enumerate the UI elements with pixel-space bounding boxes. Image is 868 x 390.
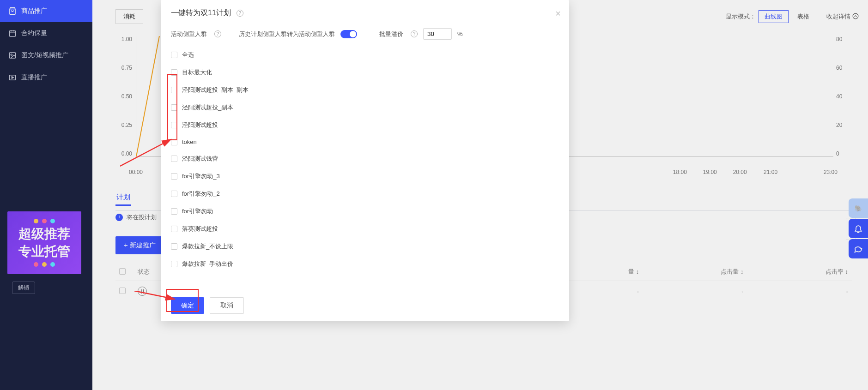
help-icon[interactable]: ? bbox=[237, 10, 243, 17]
list-item[interactable]: 泾阳测试钱营 bbox=[171, 150, 565, 168]
list-item[interactable]: token bbox=[171, 134, 565, 150]
percent-label: % bbox=[457, 30, 463, 37]
checkbox[interactable] bbox=[171, 156, 177, 162]
help-icon[interactable]: ? bbox=[214, 30, 221, 37]
checkbox[interactable] bbox=[171, 208, 177, 215]
checkbox[interactable] bbox=[171, 52, 177, 58]
help-icon[interactable]: ? bbox=[411, 30, 418, 37]
close-icon[interactable]: × bbox=[555, 8, 561, 19]
list-item[interactable]: 泾阳测试超投_副本_副本 bbox=[171, 81, 565, 99]
ok-button[interactable]: 确定 bbox=[171, 297, 204, 314]
list-item[interactable]: 泾阳测试超投 bbox=[171, 116, 565, 134]
premium-input[interactable] bbox=[423, 28, 452, 40]
list-item[interactable]: for引擎勿动_3 bbox=[171, 168, 565, 185]
cancel-button[interactable]: 取消 bbox=[210, 297, 244, 314]
checkbox[interactable] bbox=[171, 191, 177, 197]
batch-premium-label: 批量溢价 bbox=[379, 30, 403, 38]
checkbox[interactable] bbox=[171, 139, 177, 145]
event-crowd-label: 活动侧重人群 bbox=[171, 30, 207, 38]
list-item[interactable]: 爆款拉新_手动出价 bbox=[171, 255, 565, 273]
checkbox[interactable] bbox=[171, 261, 177, 267]
list-item[interactable]: 落葵测试超投 bbox=[171, 220, 565, 238]
list-item[interactable]: 目标最大化 bbox=[171, 64, 565, 81]
list-item[interactable]: for引擎勿动_2 bbox=[171, 185, 565, 203]
convert-modal: 一键转为双11计划 ? × 活动侧重人群 ? 历史计划侧重人群转为活动侧重人群 … bbox=[161, 0, 569, 321]
checkbox[interactable] bbox=[171, 104, 177, 111]
checkbox[interactable] bbox=[171, 69, 177, 76]
checkbox[interactable] bbox=[171, 87, 177, 93]
history-crowd-label: 历史计划侧重人群转为活动侧重人群 bbox=[239, 30, 335, 38]
list-item[interactable]: 爆款拉新_不设上限 bbox=[171, 238, 565, 255]
list-item[interactable]: 全选 bbox=[171, 46, 565, 64]
checkbox[interactable] bbox=[171, 226, 177, 232]
history-toggle[interactable] bbox=[340, 30, 357, 38]
checkbox[interactable] bbox=[171, 243, 177, 250]
list-item[interactable]: for引擎勿动 bbox=[171, 203, 565, 220]
checkbox[interactable] bbox=[171, 122, 177, 128]
list-item[interactable]: 泾阳测试超投_副本 bbox=[171, 99, 565, 116]
modal-title: 一键转为双11计划 bbox=[171, 8, 231, 18]
modal-list: 全选 目标最大化 泾阳测试超投_副本_副本 泾阳测试超投_副本 泾阳测试超投 t… bbox=[161, 46, 569, 290]
checkbox[interactable] bbox=[171, 173, 177, 180]
